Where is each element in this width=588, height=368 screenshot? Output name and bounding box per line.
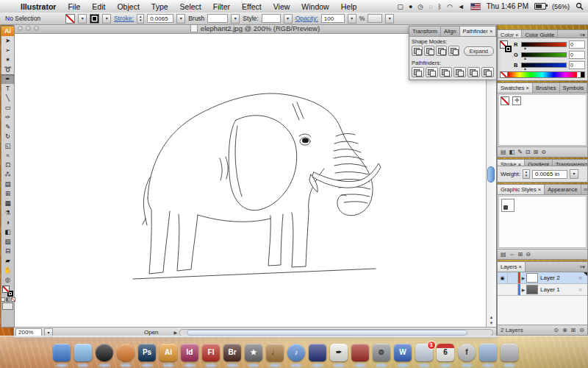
slider-marker-icon[interactable]: ▲	[523, 56, 527, 60]
extra-options-dropdown-icon[interactable]: ▾	[385, 14, 394, 24]
input-language-flag-icon[interactable]	[470, 3, 481, 10]
dock-blue-app-icon[interactable]	[309, 344, 326, 361]
pathfinder-tab-transform[interactable]: Transform	[409, 26, 441, 36]
minus-front-button[interactable]	[424, 46, 435, 56]
dock-indesign-icon[interactable]: Id	[181, 344, 198, 361]
slider-marker-icon[interactable]: ▲	[523, 66, 527, 71]
symbol-sprayer-tool[interactable]: ⁂	[1, 170, 14, 180]
selection-tool[interactable]: ➤	[1, 36, 14, 46]
stroke-panel-link[interactable]: Stroke:	[114, 15, 134, 22]
stroke-weight-dropdown-icon[interactable]: ▾	[176, 14, 185, 24]
divide-button[interactable]	[412, 67, 424, 77]
free-transform-tool[interactable]: ⊡	[1, 160, 14, 170]
menu-clock[interactable]: Thu 1:46 PM	[487, 2, 528, 10]
color-tab-color[interactable]: Color ×	[498, 30, 522, 38]
screen-mode-button[interactable]	[2, 302, 13, 310]
trim-button[interactable]	[426, 67, 438, 77]
spectrum-none-chip[interactable]	[501, 72, 508, 77]
hand-tool[interactable]: ✋	[1, 266, 14, 275]
delete-style-button[interactable]: ⊖	[526, 250, 531, 259]
outline-button[interactable]	[467, 67, 480, 77]
dock-imovie-icon[interactable]: ★	[245, 344, 262, 361]
layer-expand-icon[interactable]: ▶	[520, 275, 526, 280]
color-fill-stroke[interactable]	[500, 40, 512, 52]
intersect-button[interactable]	[436, 46, 447, 56]
slider-marker-icon[interactable]: ▲	[523, 46, 527, 50]
brush-dropdown-icon[interactable]: ▾	[231, 14, 240, 24]
stroke-color-swatch[interactable]	[90, 14, 99, 24]
spotlight-icon[interactable]	[576, 2, 584, 10]
layer-target-icon[interactable]: ○	[578, 286, 587, 293]
pen-tool[interactable]: ✒	[1, 74, 14, 84]
bluetooth-icon[interactable]: ᛒ	[438, 3, 442, 10]
spectrum-gradient[interactable]	[508, 72, 577, 77]
layer-name[interactable]: Layer 1	[540, 286, 578, 293]
gradient-tool[interactable]: ▦	[1, 199, 14, 208]
color-mode-button[interactable]	[1, 297, 5, 302]
channel-value[interactable]: 0	[569, 51, 585, 59]
stroke-dropdown-icon[interactable]: ▾	[102, 14, 111, 24]
mesh-tool[interactable]: ⊞	[1, 189, 14, 199]
status-popup-icon[interactable]: ▶	[174, 330, 178, 335]
wifi-icon[interactable]: ◠	[447, 3, 453, 10]
weight-value[interactable]: 0.0065 in	[532, 170, 567, 179]
brush-value[interactable]	[207, 14, 228, 23]
dock-trash-icon[interactable]	[501, 344, 518, 361]
new-style-button[interactable]: ⊞	[518, 250, 523, 259]
zoom-tool[interactable]: ◎	[1, 275, 14, 285]
dock-flash-icon[interactable]: Fl	[202, 344, 220, 361]
channel-slider[interactable]: ▲	[521, 63, 567, 68]
extra-options-button[interactable]	[368, 14, 382, 23]
script-menu-icon[interactable]: ●	[409, 3, 412, 10]
dock-ichat-icon[interactable]	[74, 344, 92, 361]
menu-illustrator[interactable]: Illustrator	[15, 2, 62, 11]
new-swatch-button[interactable]: ⊞	[534, 148, 539, 157]
make-clipping-mask-button[interactable]: ⊙	[553, 326, 559, 335]
delete-swatch-button[interactable]: ⊖	[541, 148, 546, 157]
layer-visibility-eye-icon[interactable]: ◉	[498, 272, 508, 283]
menu-file[interactable]: File	[62, 2, 86, 11]
show-kinds-button[interactable]: ◧	[509, 148, 515, 157]
battery-icon[interactable]	[534, 3, 546, 10]
menu-view[interactable]: View	[268, 2, 296, 11]
menu-edit[interactable]: Edit	[86, 2, 111, 11]
style-dropdown-icon[interactable]: ▾	[284, 14, 293, 24]
swatches-tab-close-icon[interactable]: ×	[525, 85, 529, 91]
delete-layer-button[interactable]: ⊖	[579, 326, 584, 335]
pathfinder-tab-align[interactable]: Align	[441, 26, 460, 36]
break-link-button[interactable]: ⇔	[509, 250, 515, 259]
exclude-button[interactable]	[448, 46, 459, 56]
dock-photo-stack-icon[interactable]	[479, 344, 497, 361]
toolbar-fill-stroke[interactable]	[1, 286, 14, 297]
gradient-mode-button[interactable]	[6, 297, 10, 302]
dock-dashboard-icon[interactable]	[96, 344, 113, 361]
stroke-weight-stepper[interactable]: ▲▼	[137, 14, 144, 24]
close-window-button[interactable]	[18, 26, 23, 31]
layer-row-layer-2[interactable]: ◉▶Layer 2○	[498, 272, 587, 284]
layer-name[interactable]: Layer 2	[540, 275, 578, 281]
menu-help[interactable]: Help	[335, 2, 363, 11]
menu-type[interactable]: Type	[146, 2, 174, 11]
dock-ical-icon[interactable]: 6	[437, 344, 454, 361]
layer-row-layer-1[interactable]: ▶Layer 1○	[498, 284, 587, 296]
new-layer-button[interactable]: ⊞	[571, 326, 576, 335]
column-graph-tool[interactable]: ▤	[1, 180, 14, 189]
menu-object[interactable]: Object	[111, 2, 145, 11]
blend-tool[interactable]: ◑	[1, 218, 14, 227]
warp-tool[interactable]: ≈	[1, 151, 14, 160]
graphic-styles-area[interactable]	[498, 196, 587, 248]
color-tab-color-guide[interactable]: Color Guide	[522, 30, 558, 38]
rotate-tool[interactable]: ↻	[1, 132, 14, 141]
opacity-value[interactable]: 100	[321, 14, 345, 23]
opacity-panel-link[interactable]: Opacity:	[295, 15, 318, 22]
style-libraries-button[interactable]: ▤	[501, 250, 506, 259]
ichat-status-icon[interactable]: ◌	[429, 3, 432, 10]
spectrum-bw-chip[interactable]	[577, 72, 584, 77]
document-proxy-icon[interactable]	[190, 24, 198, 32]
menu-select[interactable]: Select	[174, 2, 207, 11]
stroke-weight-value[interactable]: 0.0065	[147, 14, 173, 23]
default-style-thumbnail[interactable]	[501, 199, 514, 212]
dock-photoshop-icon[interactable]: Ps	[138, 344, 156, 361]
dock-flash-player-icon[interactable]: f	[458, 344, 476, 361]
graphic-styles-panel-menu-icon[interactable]: ≡▾	[581, 185, 587, 194]
